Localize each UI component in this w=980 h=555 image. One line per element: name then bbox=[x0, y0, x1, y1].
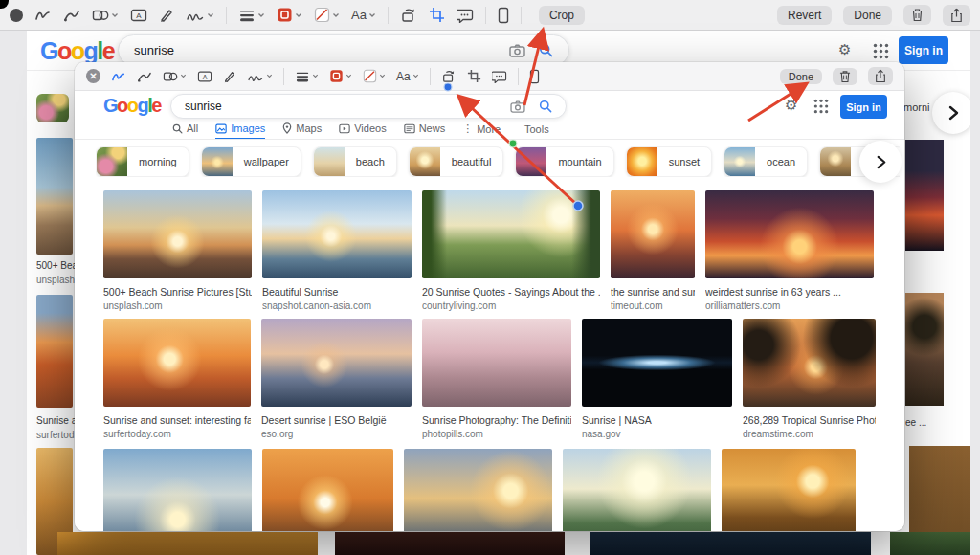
result-title[interactable]: Sunrise and sunset: interesting facts ..… bbox=[103, 414, 251, 426]
result-item[interactable]: Desert sunrise | ESO Belgiëeso.org bbox=[261, 319, 412, 439]
camera-search-icon[interactable] bbox=[509, 44, 525, 57]
apps-grid-icon[interactable] bbox=[813, 99, 829, 114]
gear-icon[interactable]: ⚙ bbox=[785, 98, 797, 112]
result-item[interactable] bbox=[404, 449, 552, 531]
result-thumbnail[interactable] bbox=[103, 319, 251, 407]
result-item[interactable]: Sunrise | NASAnasa.gov bbox=[582, 319, 732, 439]
result-thumbnail[interactable] bbox=[743, 319, 876, 407]
result-title[interactable]: Beautiful Sunrise bbox=[262, 286, 412, 298]
apps-grid-icon[interactable] bbox=[873, 43, 889, 59]
google-logo[interactable]: Google bbox=[103, 95, 161, 117]
result-item[interactable] bbox=[103, 449, 252, 531]
result-thumbnail[interactable] bbox=[262, 190, 412, 278]
result-item[interactable]: Beautiful Sunrisesnapshot.canon-asia.com bbox=[262, 190, 412, 311]
result-thumbnail[interactable] bbox=[103, 190, 252, 278]
revert-button[interactable]: Revert bbox=[777, 6, 832, 25]
fill-color-swatch-icon[interactable] bbox=[314, 7, 340, 23]
camera-search-icon[interactable] bbox=[510, 100, 525, 113]
sign-in-button[interactable]: Sign in bbox=[840, 95, 887, 119]
result-domain[interactable]: countryliving.com bbox=[422, 300, 600, 311]
share-button-outer[interactable] bbox=[943, 5, 970, 26]
google-logo[interactable]: Google bbox=[40, 37, 114, 65]
sketch-pen-icon[interactable] bbox=[111, 70, 126, 83]
done-button-inner[interactable]: Done bbox=[780, 69, 822, 84]
trash-button-outer[interactable] bbox=[903, 5, 931, 25]
chips-scroll-button[interactable] bbox=[932, 92, 970, 134]
highlighter-icon[interactable] bbox=[159, 8, 174, 23]
result-title[interactable]: 268,289 Tropical Sunrise Photos - Free .… bbox=[743, 414, 876, 426]
done-button-outer[interactable]: Done bbox=[843, 6, 892, 25]
result-thumbnail[interactable] bbox=[582, 319, 732, 407]
result-thumbnail[interactable] bbox=[262, 449, 393, 531]
text-style-icon[interactable]: Aa bbox=[396, 70, 419, 83]
chip-thumbnail-morning-peek[interactable] bbox=[36, 94, 69, 122]
shapes-icon[interactable] bbox=[163, 70, 187, 83]
comment-icon[interactable] bbox=[457, 8, 474, 23]
result-thumbnail-peek[interactable] bbox=[905, 140, 944, 251]
result-item[interactable]: weirdest sunrise in 63 years ...orilliam… bbox=[705, 190, 874, 311]
result-title[interactable]: 20 Sunrise Quotes - Sayings About the ..… bbox=[422, 286, 600, 298]
result-title[interactable]: Sunrise Photography: The Definitive ... bbox=[422, 414, 571, 426]
text-box-icon[interactable]: A bbox=[197, 70, 212, 83]
result-thumbnail[interactable] bbox=[261, 319, 412, 407]
tab-news[interactable]: News bbox=[404, 122, 446, 138]
crop-mode-button[interactable]: Crop bbox=[539, 6, 585, 25]
result-domain[interactable]: unsplash.com bbox=[103, 300, 252, 311]
line-weight-icon[interactable] bbox=[295, 70, 319, 83]
result-domain-peek[interactable]: unsplash. bbox=[36, 275, 78, 285]
result-domain[interactable]: snapshot.canon-asia.com bbox=[262, 300, 412, 311]
result-item[interactable]: the sunrise and sunset in Se..timeout.co… bbox=[611, 190, 695, 311]
result-thumbnail-strip[interactable] bbox=[590, 532, 871, 555]
result-item[interactable]: Sunrise and sunset: interesting facts ..… bbox=[103, 319, 251, 439]
crop-icon[interactable] bbox=[429, 7, 445, 23]
record-circle-icon[interactable] bbox=[10, 9, 23, 22]
tab-images[interactable]: Images bbox=[215, 122, 265, 140]
filter-chip-morning[interactable]: morning bbox=[96, 146, 189, 177]
comment-icon[interactable] bbox=[492, 70, 507, 83]
result-domain[interactable]: photopills.com bbox=[422, 429, 571, 439]
tab-videos[interactable]: Videos bbox=[339, 122, 386, 138]
rotate-icon[interactable] bbox=[400, 7, 417, 23]
shapes-icon[interactable] bbox=[92, 8, 119, 23]
fill-color-swatch-icon[interactable] bbox=[363, 69, 386, 83]
tools-button[interactable]: Tools bbox=[524, 123, 549, 135]
result-title-peek[interactable]: ee ... bbox=[905, 417, 926, 428]
filter-chip-ocean[interactable]: ocean bbox=[724, 146, 808, 177]
pen-icon[interactable] bbox=[63, 8, 80, 23]
chip-label-peek[interactable]: morni bbox=[903, 101, 930, 113]
border-color-swatch-icon[interactable] bbox=[329, 69, 352, 83]
tab-all[interactable]: All bbox=[172, 122, 198, 138]
result-thumbnail-strip[interactable] bbox=[335, 532, 565, 555]
result-thumbnail-peek[interactable] bbox=[36, 295, 73, 408]
tab-maps[interactable]: Maps bbox=[282, 122, 322, 138]
result-thumbnail[interactable] bbox=[422, 190, 600, 278]
result-item[interactable] bbox=[722, 449, 856, 531]
result-item[interactable] bbox=[563, 449, 711, 531]
result-domain[interactable]: nasa.gov bbox=[582, 429, 732, 439]
sketch-pen-icon[interactable] bbox=[34, 8, 52, 23]
rotate-icon[interactable] bbox=[441, 69, 457, 83]
filter-chip-beach[interactable]: beach bbox=[313, 146, 397, 177]
border-color-swatch-icon[interactable] bbox=[277, 7, 302, 23]
result-thumbnail-peek[interactable] bbox=[36, 138, 73, 255]
result-thumbnail-peek[interactable] bbox=[905, 293, 944, 406]
result-title[interactable]: weirdest sunrise in 63 years ... bbox=[705, 286, 874, 298]
text-style-icon[interactable]: Aa bbox=[351, 8, 376, 22]
result-thumbnail[interactable] bbox=[422, 319, 571, 407]
result-item[interactable]: 20 Sunrise Quotes - Sayings About the ..… bbox=[422, 190, 600, 311]
result-domain[interactable]: dreamstime.com bbox=[743, 429, 876, 439]
result-title[interactable]: Desert sunrise | ESO België bbox=[261, 414, 412, 426]
filter-chip-beautiful[interactable]: beautiful bbox=[409, 146, 504, 177]
result-item[interactable]: 268,289 Tropical Sunrise Photos - Free .… bbox=[743, 319, 876, 439]
share-button-inner[interactable] bbox=[868, 67, 893, 85]
result-domain[interactable]: timeout.com bbox=[611, 300, 695, 311]
gear-icon[interactable]: ⚙ bbox=[838, 42, 851, 56]
result-domain-peek[interactable]: surfertod bbox=[36, 430, 74, 440]
search-input[interactable]: sunrise bbox=[170, 94, 567, 119]
signature-icon[interactable] bbox=[186, 8, 214, 23]
result-thumbnail[interactable] bbox=[563, 449, 711, 531]
result-item[interactable] bbox=[262, 449, 393, 531]
highlighter-icon[interactable] bbox=[223, 70, 236, 83]
result-domain[interactable]: orilliamatters.com bbox=[705, 300, 874, 311]
chips-scroll-button[interactable] bbox=[859, 141, 902, 183]
